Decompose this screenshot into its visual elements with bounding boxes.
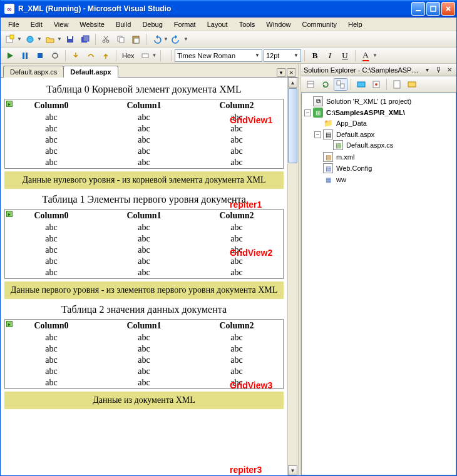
repeater-1[interactable]: Данные нулевого уровня - из корневой эле… bbox=[4, 171, 284, 189]
new-project-button[interactable] bbox=[3, 33, 17, 46]
minimize-button[interactable] bbox=[411, 2, 425, 16]
file-ww[interactable]: ▦ww bbox=[314, 174, 454, 185]
table-cell: abc bbox=[190, 366, 283, 377]
collapse-icon[interactable]: − bbox=[304, 109, 311, 116]
dropdown-icon[interactable]: ▼ bbox=[37, 36, 42, 42]
scroll-down-button[interactable]: ▼ bbox=[288, 465, 297, 475]
dropdown-icon[interactable]: ▼ bbox=[17, 36, 22, 42]
window-title: R_XML (Running) - Microsoft Visual Studi… bbox=[18, 4, 411, 13]
dropdown-icon[interactable]: ▼ bbox=[163, 36, 168, 42]
file-m-xml[interactable]: ▤m.xml bbox=[314, 151, 454, 163]
close-button[interactable] bbox=[441, 2, 455, 16]
dropdown-icon[interactable]: ▼ bbox=[57, 36, 62, 42]
panel-close-button[interactable]: ✕ bbox=[445, 66, 454, 74]
save-all-button[interactable] bbox=[78, 33, 92, 46]
scroll-track[interactable] bbox=[288, 88, 298, 465]
svg-point-22 bbox=[53, 53, 58, 58]
menu-debug[interactable]: Debug bbox=[137, 19, 167, 29]
file-default-aspx-cs[interactable]: ▤Default.aspx.cs bbox=[324, 139, 454, 151]
italic-button[interactable]: I bbox=[323, 49, 337, 62]
dropdown-icon[interactable]: ▼ bbox=[183, 36, 188, 42]
menu-help[interactable]: Help bbox=[343, 19, 367, 29]
redo-button[interactable] bbox=[170, 33, 183, 46]
repeater-2[interactable]: Данные первого уровня - из элементов пер… bbox=[4, 281, 284, 299]
column-header: Column2 bbox=[190, 99, 283, 112]
menu-view[interactable]: View bbox=[49, 19, 74, 29]
svg-rect-29 bbox=[337, 81, 341, 85]
dropdown-icon[interactable]: ▼ bbox=[152, 53, 157, 58]
view-designer-button[interactable] bbox=[405, 78, 419, 91]
cut-button[interactable] bbox=[99, 33, 113, 46]
menu-community[interactable]: Community bbox=[297, 19, 342, 29]
project-node[interactable]: − ⊞ C:\SamplesASP\R_XML\ bbox=[304, 108, 454, 118]
menu-tools[interactable]: Tools bbox=[234, 19, 260, 29]
menu-format[interactable]: Format bbox=[169, 19, 201, 29]
menu-build[interactable]: Build bbox=[111, 19, 136, 29]
solution-tree[interactable]: ⧉ Solution 'R_XML' (1 project) − ⊞ C:\Sa… bbox=[301, 93, 456, 475]
undo-button[interactable] bbox=[150, 33, 163, 46]
nest-related-button[interactable] bbox=[334, 78, 347, 91]
scroll-thumb[interactable] bbox=[288, 88, 297, 163]
menu-layout[interactable]: Layout bbox=[202, 19, 233, 29]
tab-default-aspx-cs[interactable]: Default.aspx.cs bbox=[3, 66, 64, 78]
asp-config-button[interactable] bbox=[369, 78, 383, 91]
save-button[interactable] bbox=[63, 33, 77, 46]
menu-website[interactable]: Website bbox=[74, 19, 110, 29]
tab-dropdown-button[interactable]: ▼ bbox=[277, 68, 285, 77]
step-out-button[interactable] bbox=[99, 49, 113, 62]
table-cell: abc bbox=[190, 332, 283, 343]
view-code-button[interactable] bbox=[390, 78, 404, 91]
menu-edit[interactable]: Edit bbox=[26, 19, 48, 29]
properties-button[interactable] bbox=[304, 78, 317, 91]
vertical-scrollbar[interactable]: ▲ ▼ bbox=[287, 78, 298, 475]
collapse-icon[interactable]: − bbox=[314, 131, 321, 138]
repeater-3[interactable]: Данные из документа XML bbox=[4, 392, 284, 409]
table-cell: abc bbox=[5, 222, 98, 233]
table-cell: abc bbox=[5, 256, 98, 267]
menu-window[interactable]: Window bbox=[261, 19, 295, 29]
file-default-aspx[interactable]: − ▤ Default.aspx bbox=[314, 129, 454, 139]
step-over-button[interactable] bbox=[84, 49, 98, 62]
font-family-combo[interactable]: Times New Roman▼ bbox=[175, 49, 262, 62]
stop-button[interactable] bbox=[33, 49, 47, 62]
copy-website-button[interactable] bbox=[354, 78, 368, 91]
smart-tag-icon[interactable]: ▸ bbox=[6, 101, 13, 107]
continue-button[interactable] bbox=[3, 49, 17, 62]
font-color-button[interactable]: A bbox=[359, 49, 372, 62]
maximize-button[interactable] bbox=[426, 2, 440, 16]
node-label: App_Data bbox=[335, 119, 368, 128]
refresh-button[interactable] bbox=[319, 78, 332, 91]
restart-button[interactable] bbox=[48, 49, 62, 62]
pin-button[interactable]: ▾ bbox=[423, 66, 431, 74]
pause-button[interactable] bbox=[18, 49, 32, 62]
smart-tag-icon[interactable]: ▸ bbox=[6, 321, 13, 327]
paste-button[interactable] bbox=[129, 33, 143, 46]
font-size-combo[interactable]: 12pt▼ bbox=[264, 49, 301, 62]
menu-file[interactable]: File bbox=[3, 19, 24, 29]
column-header: Column1 bbox=[98, 320, 190, 332]
copy-button[interactable] bbox=[114, 33, 128, 46]
solution-node[interactable]: ⧉ Solution 'R_XML' (1 project) bbox=[304, 96, 454, 107]
gridview-1[interactable]: ▸Column0Column1Column2abcabcabcabcabcabc… bbox=[4, 99, 284, 169]
toolbar-separator bbox=[65, 50, 66, 61]
design-surface[interactable]: Таблица 0 Корневой элемент документа XML… bbox=[1, 78, 287, 475]
underline-button[interactable]: U bbox=[338, 49, 352, 62]
file-web-config[interactable]: ▤Web.Config bbox=[314, 163, 454, 174]
dropdown-icon[interactable]: ▼ bbox=[372, 53, 377, 58]
hex-toggle[interactable] bbox=[138, 49, 152, 62]
new-website-button[interactable] bbox=[23, 33, 37, 46]
open-file-button[interactable] bbox=[43, 33, 57, 46]
scroll-up-button[interactable]: ▲ bbox=[288, 78, 297, 88]
table-cell: abc bbox=[5, 366, 98, 377]
annotation-gridview-2: GridView2 bbox=[230, 248, 272, 258]
step-into-button[interactable] bbox=[69, 49, 83, 62]
toolbar-separator bbox=[351, 79, 351, 90]
tab-default-aspx[interactable]: Default.aspx bbox=[63, 66, 118, 78]
tab-close-button[interactable]: ✕ bbox=[287, 68, 295, 77]
gridview-3[interactable]: ▸Column0Column1Column2abcabcabcabcabcabc… bbox=[4, 319, 284, 389]
bold-button[interactable]: B bbox=[308, 49, 322, 62]
gridview-2[interactable]: ▸Column0Column1Column2abcabcabcabcabcabc… bbox=[4, 209, 284, 279]
smart-tag-icon[interactable]: ▸ bbox=[6, 211, 13, 217]
autohide-button[interactable] bbox=[434, 66, 443, 74]
folder-app-data[interactable]: 📁App_Data bbox=[314, 118, 454, 129]
